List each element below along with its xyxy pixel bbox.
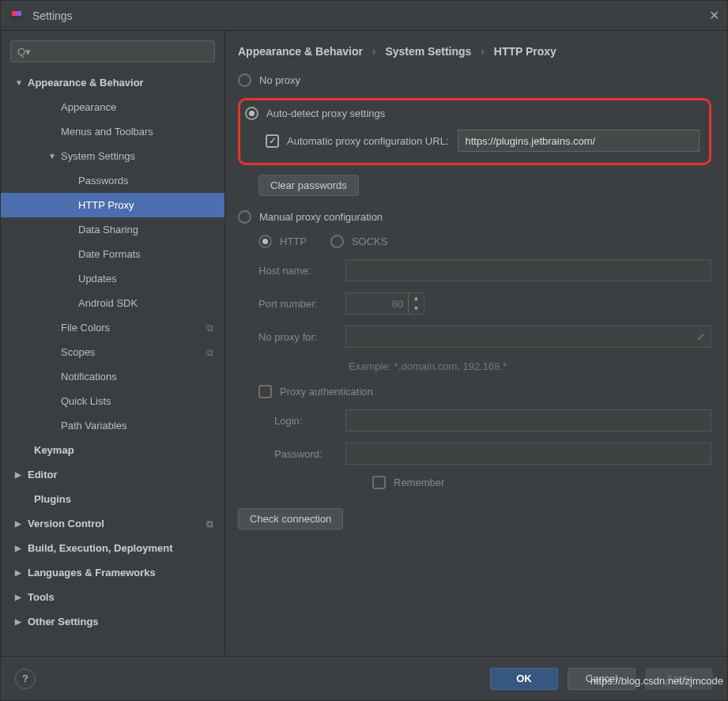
example-text: Example: *.domain.com, 192.168.* [349,360,711,372]
tree-item-plugins[interactable]: Plugins [1,487,224,511]
no-proxy-label: No proxy [259,74,300,86]
tree-item-label: Path Variables [61,420,127,432]
watermark: https://blog.csdn.net/zjmcode [590,675,723,687]
tree-item-label: Passwords [78,175,129,187]
tree-item-date-formats[interactable]: Date Formats [1,242,224,266]
tree-item-label: Keymap [34,444,74,456]
chevron-right-icon: › [474,45,491,58]
tree-item-keymap[interactable]: Keymap [1,438,224,462]
chevron-down-icon: ▼ [15,78,28,87]
tree-item-notifications[interactable]: Notifications [1,364,224,389]
tree-item-passwords[interactable]: Passwords [1,168,224,193]
titlebar: Settings ✕ [1,1,727,31]
tree-item-scopes[interactable]: Scopes⧉ [1,340,224,364]
tree-item-path-variables[interactable]: Path Variables [1,413,224,438]
radio-icon [245,107,258,120]
app-icon [9,8,25,24]
noproxyfor-input: ⤢ [345,326,711,348]
svg-rect-1 [12,11,17,16]
chevron-right-icon: › [366,45,383,58]
close-icon[interactable]: ✕ [709,8,719,23]
auto-detect-label: Auto-detect proxy settings [266,107,385,119]
settings-tree: ▼Appearance & BehaviorAppearanceMenus an… [1,70,224,656]
clear-passwords-button[interactable]: Clear passwords [258,175,359,196]
tree-item-label: Menus and Toolbars [61,126,153,138]
tree-item-data-sharing[interactable]: Data Sharing [1,217,224,242]
breadcrumb: Appearance & Behavior › System Settings … [238,45,711,58]
search-input[interactable]: Q▾ [10,40,215,62]
tree-item-label: Version Control [28,518,104,530]
tree-item-version-control[interactable]: ▶Version Control⧉ [1,511,224,536]
tree-item-system-settings[interactable]: ▼System Settings [1,144,224,168]
tree-item-appearance[interactable]: Appearance [1,95,224,119]
radio-socks [330,235,344,248]
tree-item-http-proxy[interactable]: HTTP Proxy [1,193,224,217]
tree-item-label: File Colors [61,322,110,334]
tree-item-label: Quick Lists [61,395,111,407]
tree-item-label: Appearance & Behavior [28,77,144,89]
tree-item-label: Editor [28,469,58,481]
socks-label: SOCKS [352,236,388,247]
port-row: Port number: ▲▼ [258,292,711,315]
tree-item-build-execution-deployment[interactable]: ▶Build, Execution, Deployment [1,536,224,560]
manual-type-row: HTTP SOCKS [258,235,711,248]
main-panel: Appearance & Behavior › System Settings … [225,31,727,656]
login-row: Login: [274,409,711,432]
chevron-right-icon: ▶ [15,519,28,528]
copy-icon: ⧉ [206,322,213,334]
tree-item-quick-lists[interactable]: Quick Lists [1,389,224,413]
tree-item-languages-frameworks[interactable]: ▶Languages & Frameworks [1,560,224,585]
remember-label: Remember [394,477,444,488]
auto-url-input[interactable] [458,130,700,152]
checkbox-auto-url[interactable] [266,134,279,148]
chevron-right-icon: ▶ [15,568,28,577]
noproxyfor-label: No proxy for: [258,331,345,343]
proxy-auth-label: Proxy authentication [280,386,373,398]
ok-button[interactable]: OK [490,668,558,690]
tree-item-android-sdk[interactable]: Android SDK [1,291,224,315]
chevron-right-icon: ▶ [15,470,28,479]
radio-manual[interactable]: Manual proxy configuration [238,210,711,224]
breadcrumb-2: HTTP Proxy [494,45,556,58]
check-connection-button[interactable]: Check connection [238,508,343,530]
login-input [345,409,711,432]
tree-item-menus-and-toolbars[interactable]: Menus and Toolbars [1,119,224,144]
chevron-right-icon: ▶ [15,544,28,552]
tree-item-appearance-behavior[interactable]: ▼Appearance & Behavior [1,70,224,95]
radio-icon [238,210,251,224]
copy-icon: ⧉ [206,347,213,358]
noproxyfor-row: No proxy for: ⤢ [258,326,711,348]
tree-item-label: Updates [78,273,116,285]
tree-item-file-colors[interactable]: File Colors⧉ [1,315,224,340]
tree-item-label: Date Formats [78,248,141,260]
radio-icon [238,73,251,87]
tree-item-tools[interactable]: ▶Tools [1,585,224,609]
auto-url-label: Automatic proxy configuration URL: [287,135,448,147]
auto-detect-highlight: Auto-detect proxy settings Automatic pro… [238,98,711,165]
tree-item-editor[interactable]: ▶Editor [1,462,224,487]
proxy-auth-row: Proxy authentication [258,385,711,398]
tree-item-other-settings[interactable]: ▶Other Settings [1,609,224,634]
password-input [345,443,711,465]
tree-item-label: Tools [28,591,55,603]
breadcrumb-0[interactable]: Appearance & Behavior [238,45,363,58]
chevron-right-icon: ▶ [15,593,28,601]
radio-auto-detect[interactable]: Auto-detect proxy settings [245,107,700,120]
host-label: Host name: [258,265,345,277]
http-label: HTTP [280,236,307,247]
help-button[interactable]: ? [15,669,36,689]
chevron-right-icon: ▶ [15,617,28,626]
password-label: Password: [274,448,345,460]
manual-label: Manual proxy configuration [259,211,383,223]
port-label: Port number: [258,298,345,310]
tree-item-label: Scopes [61,346,95,358]
expand-icon: ⤢ [697,332,704,342]
tree-item-label: Android SDK [78,297,138,309]
tree-item-label: Plugins [34,493,71,505]
auto-url-row: Automatic proxy configuration URL: [266,130,700,152]
tree-item-label: System Settings [61,150,135,162]
tree-item-updates[interactable]: Updates [1,266,224,291]
radio-no-proxy[interactable]: No proxy [238,73,711,87]
breadcrumb-1[interactable]: System Settings [385,45,471,58]
tree-item-label: Data Sharing [78,224,138,236]
